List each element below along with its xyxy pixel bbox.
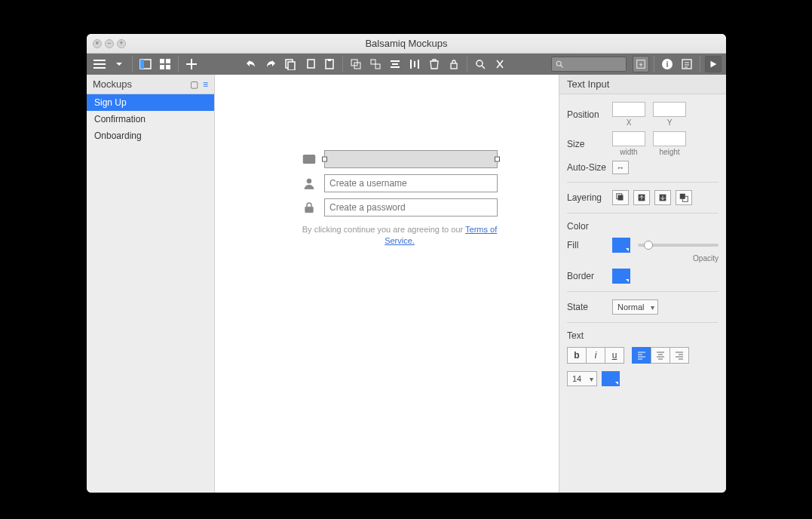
svg-point-27 bbox=[476, 60, 483, 66]
svg-rect-15 bbox=[328, 59, 331, 61]
password-input[interactable] bbox=[324, 198, 498, 217]
add-icon[interactable] bbox=[183, 56, 200, 72]
opacity-label: Opacity bbox=[693, 254, 719, 263]
terms-text: By clicking continue you are agreeing to… bbox=[302, 224, 498, 247]
sidebar-grid-icon[interactable]: ▢ bbox=[190, 79, 198, 90]
svg-rect-24 bbox=[414, 61, 415, 67]
align-right-button[interactable] bbox=[670, 347, 689, 364]
zoom-icon[interactable] bbox=[472, 56, 489, 72]
menu-icon[interactable] bbox=[91, 56, 108, 72]
opacity-thumb[interactable] bbox=[644, 241, 653, 250]
markup-icon[interactable] bbox=[492, 56, 508, 72]
mail-icon bbox=[302, 152, 317, 167]
quick-add-search[interactable] bbox=[551, 57, 627, 72]
state-label: State bbox=[567, 302, 612, 312]
send-back-icon[interactable] bbox=[676, 190, 692, 205]
group-icon[interactable] bbox=[348, 56, 364, 72]
color-label: Color bbox=[567, 221, 719, 232]
svg-rect-2 bbox=[93, 67, 106, 69]
user-icon bbox=[302, 176, 317, 191]
notes-icon[interactable] bbox=[679, 56, 695, 72]
mockup: By clicking continue you are agreeing to… bbox=[302, 150, 498, 247]
position-x-input[interactable] bbox=[612, 102, 645, 117]
copy-icon[interactable] bbox=[282, 56, 299, 72]
position-label: Position bbox=[567, 109, 612, 120]
svg-line-30 bbox=[561, 66, 563, 68]
svg-rect-41 bbox=[305, 207, 314, 213]
sidebar-header: Mockups ▢ ≡ bbox=[87, 75, 214, 94]
opacity-slider[interactable] bbox=[638, 244, 719, 247]
align-icon[interactable] bbox=[387, 56, 403, 72]
layout-split-icon[interactable] bbox=[137, 56, 154, 72]
cut-icon[interactable] bbox=[302, 56, 318, 72]
terms-prefix: By clicking continue you are agreeing to… bbox=[302, 225, 465, 234]
svg-rect-10 bbox=[186, 63, 197, 65]
delete-icon[interactable] bbox=[426, 56, 443, 72]
quick-add-input[interactable] bbox=[566, 60, 619, 69]
svg-rect-5 bbox=[160, 59, 164, 63]
layering-label: Layering bbox=[567, 192, 612, 203]
email-input[interactable] bbox=[324, 150, 498, 168]
distribute-icon[interactable] bbox=[406, 56, 423, 72]
layout-grid-icon[interactable] bbox=[157, 56, 173, 72]
text-label: Text bbox=[567, 330, 719, 341]
bring-front-icon[interactable] bbox=[612, 190, 629, 205]
bold-button[interactable]: b bbox=[567, 347, 587, 364]
sidebar-item-onboarding[interactable]: Onboarding bbox=[87, 127, 214, 144]
svg-rect-13 bbox=[308, 60, 314, 68]
svg-rect-6 bbox=[166, 59, 170, 63]
align-left-button[interactable] bbox=[632, 347, 651, 364]
svg-rect-4 bbox=[140, 60, 144, 69]
svg-rect-1 bbox=[93, 63, 106, 65]
fill-swatch[interactable] bbox=[612, 238, 630, 253]
position-y-input[interactable] bbox=[653, 102, 686, 117]
svg-line-28 bbox=[482, 66, 485, 69]
autosize-button[interactable]: ↔ bbox=[612, 161, 629, 174]
size-label: Size bbox=[567, 139, 612, 149]
ungroup-icon[interactable] bbox=[367, 56, 384, 72]
username-input[interactable] bbox=[324, 174, 498, 192]
height-label: height bbox=[659, 148, 679, 156]
italic-button[interactable]: i bbox=[586, 347, 605, 364]
redo-icon[interactable] bbox=[262, 56, 279, 72]
inspector: Text Input Position X Y Size width heigh… bbox=[559, 75, 726, 493]
svg-rect-20 bbox=[391, 60, 400, 62]
width-input[interactable] bbox=[612, 131, 645, 146]
height-input[interactable] bbox=[653, 131, 686, 146]
present-icon[interactable] bbox=[705, 56, 722, 72]
svg-rect-22 bbox=[391, 66, 400, 68]
lock-icon[interactable] bbox=[446, 56, 462, 72]
svg-rect-19 bbox=[375, 64, 380, 69]
sidebar-item-signup[interactable]: Sign Up bbox=[87, 94, 214, 111]
titlebar: × − + Balsamiq Mockups bbox=[87, 34, 726, 54]
caret-down-icon[interactable] bbox=[111, 56, 127, 72]
send-backward-icon[interactable] bbox=[654, 190, 671, 205]
library-icon[interactable]: + bbox=[633, 56, 649, 72]
fill-label: Fill bbox=[567, 240, 612, 250]
width-label: width bbox=[620, 148, 637, 156]
svg-rect-7 bbox=[160, 65, 164, 69]
svg-point-40 bbox=[307, 179, 311, 183]
align-center-button[interactable] bbox=[651, 347, 670, 364]
resize-handle-left[interactable] bbox=[322, 157, 327, 162]
canvas[interactable]: By clicking continue you are agreeing to… bbox=[215, 75, 559, 493]
svg-rect-18 bbox=[371, 60, 375, 64]
undo-icon[interactable] bbox=[243, 56, 259, 72]
bring-forward-icon[interactable] bbox=[633, 190, 650, 205]
resize-handle-right[interactable] bbox=[495, 157, 500, 162]
font-size-select[interactable]: 14 bbox=[567, 371, 597, 386]
info-icon[interactable]: i bbox=[659, 56, 676, 72]
sidebar-list-icon[interactable]: ≡ bbox=[203, 79, 208, 90]
underline-button[interactable]: u bbox=[605, 347, 624, 364]
text-color-swatch[interactable] bbox=[602, 371, 620, 386]
svg-text:i: i bbox=[666, 60, 668, 69]
toolbar: + i bbox=[87, 54, 726, 75]
state-select[interactable]: Normal bbox=[612, 299, 658, 315]
svg-rect-8 bbox=[166, 65, 170, 69]
x-label: X bbox=[627, 118, 632, 127]
sidebar-item-confirmation[interactable]: Confirmation bbox=[87, 111, 214, 127]
svg-rect-25 bbox=[418, 60, 419, 69]
border-swatch[interactable] bbox=[612, 269, 630, 284]
paste-icon[interactable] bbox=[321, 56, 338, 72]
svg-rect-42 bbox=[618, 195, 624, 201]
